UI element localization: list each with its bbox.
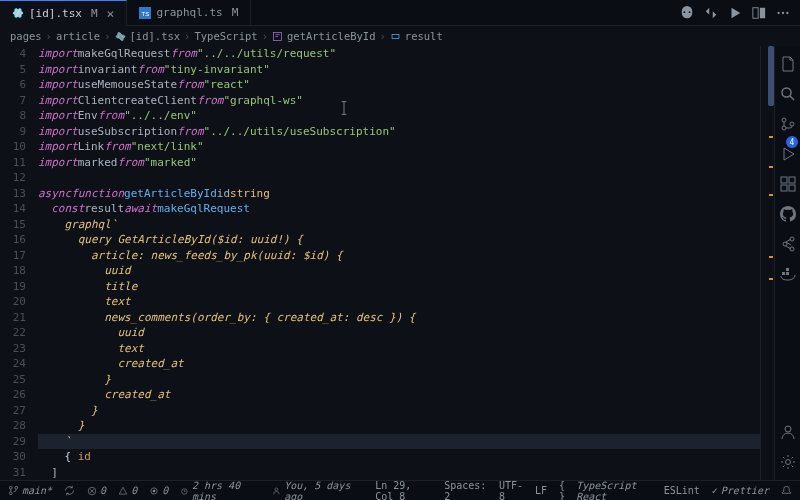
breadcrumb-item[interactable]: result <box>405 30 443 42</box>
debug-icon[interactable] <box>780 146 796 162</box>
source-control-icon[interactable] <box>780 116 796 132</box>
gear-icon[interactable] <box>780 454 796 470</box>
code-line[interactable]: asyncfunctiongetArticleByIdidstring <box>38 186 760 202</box>
status-branch[interactable]: main* <box>8 485 52 496</box>
docker-icon[interactable] <box>780 266 796 282</box>
line-number: 25 <box>0 372 26 388</box>
line-number: 13 <box>0 186 26 202</box>
svg-point-10 <box>786 11 788 13</box>
code-line[interactable]: article: news_feeds_by_pk(uuid: $id) { <box>38 248 760 264</box>
status-language[interactable]: { } TypeScript React <box>559 480 652 501</box>
share-icon[interactable] <box>780 236 796 252</box>
chevron-right-icon: › <box>104 30 110 42</box>
code-line[interactable]: { id <box>38 449 760 465</box>
code-line[interactable]: query GetArticleById($id: uuid!) { <box>38 232 760 248</box>
line-number: 8 <box>0 108 26 124</box>
svg-point-39 <box>275 487 278 490</box>
status-encoding[interactable]: UTF-8 <box>499 480 523 501</box>
line-number: 15 <box>0 217 26 233</box>
line-number: 28 <box>0 418 26 434</box>
svg-point-33 <box>9 492 12 495</box>
chevron-right-icon: › <box>46 30 52 42</box>
svg-rect-20 <box>781 177 787 183</box>
svg-rect-15 <box>392 34 399 38</box>
breadcrumb-item[interactable]: [id].tsx <box>130 30 181 42</box>
code-line[interactable]: news_comments(order_by: { created_at: de… <box>38 310 760 326</box>
titlebar-actions <box>680 6 800 20</box>
minimap-warning-mark <box>769 166 773 168</box>
code-line[interactable]: importmakeGqlRequestfrom"../../utils/req… <box>38 46 760 62</box>
typescript-file-icon: TS <box>139 7 151 19</box>
account-icon[interactable] <box>780 424 796 440</box>
tab-graphql-ts[interactable]: TS graphql.ts M <box>127 0 251 26</box>
code-line[interactable]: ` <box>38 434 760 450</box>
code-line[interactable]: graphql` <box>38 217 760 233</box>
line-number: 31 <box>0 465 26 481</box>
code-line[interactable]: importinvariantfrom"tiny-invariant" <box>38 62 760 78</box>
status-timer[interactable]: 2 hrs 40 mins <box>180 480 260 501</box>
line-number: 11 <box>0 155 26 171</box>
code-line[interactable]: uuid <box>38 263 760 279</box>
line-number: 23 <box>0 341 26 357</box>
code-line[interactable]: text <box>38 341 760 357</box>
code-line[interactable]: text <box>38 294 760 310</box>
code-line[interactable]: importEnvfrom"../../env" <box>38 108 760 124</box>
code-line[interactable]: importuseMemouseStatefrom"react" <box>38 77 760 93</box>
code-line[interactable]: importmarkedfrom"marked" <box>38 155 760 171</box>
status-eol[interactable]: LF <box>535 480 547 501</box>
status-indent[interactable]: Spaces: 2 <box>444 480 487 501</box>
code-line[interactable]: } <box>38 403 760 419</box>
breadcrumb-item[interactable]: TypeScript <box>194 30 257 42</box>
close-icon[interactable]: × <box>107 6 115 21</box>
line-number: 12 <box>0 170 26 186</box>
status-cursor[interactable]: Ln 29, Col 8 <box>375 480 432 501</box>
code-line[interactable] <box>38 170 760 186</box>
status-blame[interactable]: You, 5 days ago <box>272 480 363 501</box>
status-eslint[interactable]: ESLint <box>664 480 700 501</box>
breadcrumb[interactable]: pages › article › [id].tsx › TypeScript … <box>0 26 800 46</box>
status-sync[interactable] <box>64 485 75 496</box>
minimap-warning-mark <box>769 194 773 196</box>
code-line[interactable]: ] <box>38 465 760 481</box>
code-line[interactable]: constresultawaitmakeGqlRequest <box>38 201 760 217</box>
line-number: 14 <box>0 201 26 217</box>
line-number: 9 <box>0 124 26 140</box>
github-icon[interactable] <box>780 206 796 222</box>
code-line[interactable]: created_at <box>38 387 760 403</box>
code-line[interactable]: importClientcreateClientfrom"graphql-ws" <box>38 93 760 109</box>
svg-rect-22 <box>781 185 787 191</box>
minimap[interactable] <box>760 46 774 480</box>
minimap-warning-mark <box>769 136 773 138</box>
compare-icon[interactable] <box>704 6 718 20</box>
breadcrumb-item[interactable]: getArticleById <box>287 30 376 42</box>
line-number: 20 <box>0 294 26 310</box>
breadcrumb-item[interactable]: pages <box>10 30 42 42</box>
line-number: 24 <box>0 356 26 372</box>
run-icon[interactable] <box>728 6 742 20</box>
code-line[interactable]: } <box>38 372 760 388</box>
react-file-icon <box>115 31 126 42</box>
tab-label: [id].tsx <box>29 7 82 20</box>
status-prettier[interactable]: ✓ Prettier <box>712 480 769 501</box>
source-control-badge: 4 <box>786 136 798 148</box>
code-content[interactable]: importmakeGqlRequestfrom"../../utils/req… <box>34 46 760 480</box>
tab-id-tsx[interactable]: [id].tsx M × <box>0 0 127 26</box>
breadcrumb-item[interactable]: article <box>56 30 100 42</box>
more-icon[interactable] <box>776 6 790 20</box>
code-line[interactable]: } <box>38 418 760 434</box>
react-file-icon <box>12 7 24 19</box>
copilot-icon[interactable] <box>680 6 694 20</box>
search-icon[interactable] <box>780 86 796 102</box>
code-line[interactable]: uuid <box>38 325 760 341</box>
code-line[interactable]: importLinkfrom"next/link" <box>38 139 760 155</box>
split-editor-icon[interactable] <box>752 6 766 20</box>
code-line[interactable]: created_at <box>38 356 760 372</box>
code-line[interactable]: title <box>38 279 760 295</box>
files-icon[interactable] <box>780 56 796 72</box>
svg-rect-6 <box>753 7 758 18</box>
extensions-icon[interactable] <box>780 176 796 192</box>
status-problems[interactable]: 0 0 <box>87 485 137 496</box>
code-line[interactable]: importuseSubscriptionfrom"../../utils/us… <box>38 124 760 140</box>
status-notifications-icon[interactable] <box>781 480 792 501</box>
status-ports[interactable]: 0 <box>149 485 168 496</box>
